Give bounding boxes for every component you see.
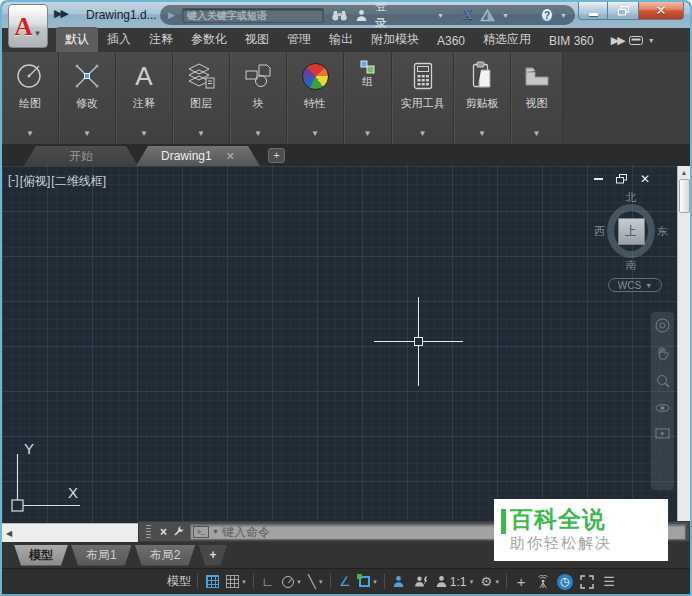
application-menu-button[interactable]: A ▼	[8, 4, 48, 48]
help-caret-icon[interactable]: ▼	[560, 12, 567, 19]
ribbon-tab-featured-apps[interactable]: 精选应用	[474, 27, 540, 52]
a360-caret-icon[interactable]: ▼	[502, 12, 509, 19]
panel-flyout-caret-icon[interactable]: ▼	[311, 129, 319, 144]
ribbon-minimize-caret-icon[interactable]: ▼	[648, 37, 655, 44]
ribbon-tab-manage[interactable]: 管理	[278, 27, 320, 52]
show-motion-icon[interactable]	[655, 428, 670, 439]
workspace-switching-button[interactable]: ⚙▼	[478, 571, 504, 593]
panel-flyout-caret-icon[interactable]: ▼	[197, 129, 205, 144]
panel-flyout-caret-icon[interactable]: ▼	[533, 129, 541, 144]
polar-caret-icon[interactable]: ▼	[296, 579, 302, 585]
scroll-left-icon[interactable]: ◀	[6, 529, 12, 538]
panel-utilities[interactable]: 实用工具 ▼	[392, 52, 454, 144]
viewcube-west[interactable]: 西	[594, 224, 605, 238]
panel-clipboard[interactable]: 剪贴板 ▼	[454, 52, 511, 144]
panel-flyout-caret-icon[interactable]: ▼	[419, 129, 427, 144]
viewcube[interactable]: 北 西 上 东 南	[594, 190, 668, 272]
panel-view[interactable]: 视图 ▼	[511, 52, 563, 144]
search-input[interactable]	[182, 8, 324, 23]
panel-modify[interactable]: 修改 ▼	[59, 52, 116, 144]
workspace-caret-icon[interactable]: ▼	[494, 579, 500, 585]
ribbon-tab-home[interactable]: 默认	[56, 27, 98, 52]
restore-button[interactable]	[608, 2, 638, 20]
panel-flyout-caret-icon[interactable]: ▼	[83, 129, 91, 144]
viewcube-north[interactable]: 北	[594, 190, 668, 204]
vertical-scrollbar[interactable]: ▲	[677, 166, 690, 523]
tab-overflow-icon[interactable]: ▶▶	[611, 34, 624, 47]
customization-button[interactable]: ☰	[598, 571, 620, 593]
ribbon-tab-output[interactable]: 输出	[320, 27, 362, 52]
snap-mode-toggle[interactable]: ▼	[223, 571, 250, 593]
search-binoculars-icon[interactable]	[331, 9, 348, 21]
orbit-icon[interactable]	[655, 401, 670, 415]
login-caret-icon[interactable]: ▼	[437, 12, 444, 19]
viewport-close-icon[interactable]: ✕	[640, 173, 650, 185]
annotation-autoscale-toggle[interactable]	[410, 571, 432, 593]
layout-tab-layout1[interactable]: 布局1	[71, 545, 132, 566]
scrollbar-thumb[interactable]	[679, 179, 690, 213]
close-tab-icon[interactable]: ✕	[226, 150, 235, 163]
layout-tab-model[interactable]: 模型	[14, 545, 68, 566]
file-tab-start[interactable]: 开始	[24, 146, 138, 166]
scale-caret-icon[interactable]: ▼	[469, 579, 475, 585]
panel-flyout-caret-icon[interactable]: ▼	[254, 129, 262, 144]
viewcube-ring[interactable]: 上	[607, 204, 655, 258]
panel-annotation[interactable]: A 注释 ▼	[116, 52, 173, 144]
viewport-minimize-icon[interactable]	[594, 178, 603, 180]
panel-properties[interactable]: 特性 ▼	[287, 52, 344, 144]
command-line-grip[interactable]	[146, 525, 151, 538]
user-icon[interactable]	[355, 9, 368, 22]
new-drawing-button[interactable]: +	[268, 148, 285, 163]
ribbon-tab-parametric[interactable]: 参数化	[182, 27, 236, 52]
clean-screen-button[interactable]	[576, 571, 598, 593]
panel-draw[interactable]: 绘图 ▼	[2, 52, 59, 144]
a360-icon[interactable]	[480, 9, 495, 22]
viewport-control-menu[interactable]: [-]	[8, 173, 19, 190]
panel-layers[interactable]: 图层 ▼	[173, 52, 230, 144]
ribbon-tab-insert[interactable]: 插入	[98, 27, 140, 52]
grid-display-toggle[interactable]	[201, 571, 223, 593]
command-line-close-icon[interactable]: ×	[160, 525, 167, 539]
ribbon-tab-bim360[interactable]: BIM 360	[540, 30, 603, 52]
minimize-button[interactable]	[578, 2, 608, 20]
panel-block[interactable]: 块 ▼	[230, 52, 287, 144]
qat-expand-icon[interactable]: ▶▶	[54, 7, 67, 20]
visual-style-menu[interactable]: [二维线框]	[51, 173, 106, 190]
viewport-restore-icon[interactable]	[616, 174, 627, 184]
help-icon[interactable]: ?	[541, 8, 553, 22]
zoom-icon[interactable]	[656, 374, 670, 388]
command-customize-wrench-icon[interactable]	[172, 525, 185, 538]
ribbon-minimize-icon[interactable]	[629, 36, 643, 45]
panel-flyout-caret-icon[interactable]: ▼	[26, 129, 34, 144]
annotation-monitor-button[interactable]	[532, 571, 554, 593]
scroll-up-icon[interactable]: ▲	[681, 166, 688, 179]
pan-hand-icon[interactable]	[656, 346, 670, 361]
panel-flyout-caret-icon[interactable]: ▼	[140, 129, 148, 144]
annotation-scale-button[interactable]: 1:1 ▼	[432, 571, 478, 593]
ribbon-tab-view[interactable]: 视图	[236, 27, 278, 52]
isolate-objects-button[interactable]: +	[510, 571, 532, 593]
isodraft-caret-icon[interactable]: ▼	[318, 579, 324, 585]
wcs-dropdown[interactable]: WCS ▼	[608, 278, 662, 292]
panel-flyout-caret-icon[interactable]: ▼	[478, 129, 486, 144]
command-history-caret-icon[interactable]: ▼	[212, 528, 219, 535]
osnap-caret-icon[interactable]: ▼	[372, 579, 378, 585]
viewcube-top-face[interactable]: 上	[618, 218, 645, 245]
hardware-acceleration-button[interactable]: ◷	[554, 571, 576, 593]
view-control-menu[interactable]: [俯视]	[20, 173, 51, 190]
status-model-button[interactable]: 模型	[167, 573, 191, 590]
close-button[interactable]: ✕	[638, 2, 684, 20]
object-snap-toggle[interactable]: ▼	[356, 571, 381, 593]
snap-caret-icon[interactable]: ▼	[241, 579, 247, 585]
viewcube-east[interactable]: 东	[657, 224, 668, 238]
exchange-apps-icon[interactable]: X	[463, 7, 473, 23]
navigation-wheel-icon[interactable]	[655, 318, 670, 333]
ribbon-tab-a360[interactable]: A360	[428, 30, 474, 52]
navigation-bar[interactable]	[651, 312, 674, 490]
viewcube-south[interactable]: 南	[594, 258, 668, 272]
panel-groups[interactable]: 组 ▼	[344, 52, 392, 144]
chevron-right-icon[interactable]: ▶	[168, 10, 175, 20]
layout-tab-layout2[interactable]: 布局2	[135, 545, 196, 566]
ribbon-tab-addins[interactable]: 附加模块	[362, 27, 428, 52]
annotation-visibility-toggle[interactable]	[388, 571, 410, 593]
